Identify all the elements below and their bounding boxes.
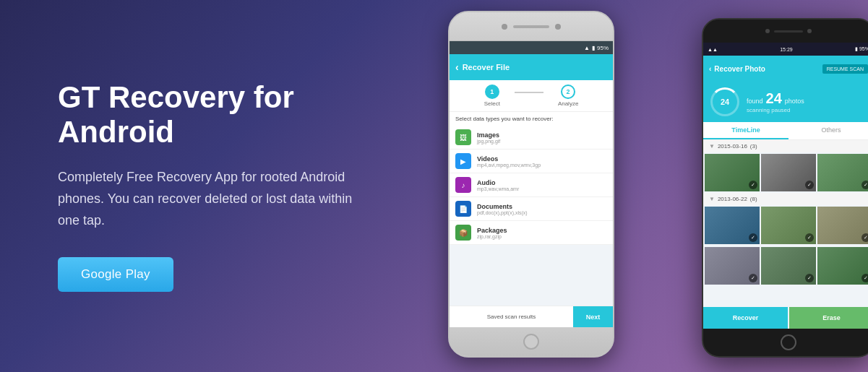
- photo-check-9: ✓: [861, 274, 868, 282]
- found-label: found: [747, 98, 763, 105]
- photo-check-6: ✓: [861, 233, 868, 242]
- app-title: GT Recovery for Android: [58, 80, 376, 150]
- photo-thumb-6[interactable]: ✓: [817, 207, 868, 244]
- packages-info: Packages zip,rar,gzip: [477, 227, 607, 239]
- photo-check-7: ✓: [749, 274, 757, 282]
- circular-progress: 24: [710, 87, 739, 116]
- resume-scan-button[interactable]: RESUME SCAN: [822, 64, 868, 74]
- audio-info: Audio mp3,wav,wma,amr: [477, 179, 607, 191]
- scan-percent: 24: [721, 98, 729, 106]
- front-speaker: [774, 30, 803, 33]
- photo-thumb-7[interactable]: ✓: [705, 247, 760, 285]
- photo-check-8: ✓: [805, 274, 814, 282]
- photo-check-4: ✓: [749, 233, 757, 242]
- timeline-date-1: ▼ 2015-03-16 (3): [703, 140, 868, 152]
- packages-ext: zip,rar,gzip: [477, 234, 607, 239]
- phone-front-bottom-bar: [703, 329, 868, 356]
- data-type-documents[interactable]: 📄 Documents pdf,doc(x),ppt(x),xls(x): [450, 197, 613, 221]
- step-1-circle: 1: [485, 85, 499, 99]
- step-2-circle: 2: [561, 85, 575, 99]
- home-button-back[interactable]: [523, 334, 539, 350]
- erase-button[interactable]: Erase: [789, 307, 868, 329]
- found-info-row: found 24 photos: [747, 90, 804, 107]
- timeline-date-2: ▼ 2013-06-22 (8): [703, 193, 868, 205]
- saved-results-button[interactable]: Saved scan results: [450, 306, 573, 327]
- google-play-button[interactable]: Google Play: [58, 257, 173, 292]
- photo-check-3: ✓: [861, 181, 868, 189]
- images-icon: 🖼: [455, 129, 471, 145]
- tab-timeline[interactable]: TimeLine: [703, 122, 788, 139]
- images-name: Images: [477, 131, 607, 139]
- back-arrow-icon[interactable]: ‹: [455, 61, 459, 73]
- phone-front-top-bar: [703, 20, 868, 43]
- wifi-icon: ▲: [584, 45, 590, 51]
- step-1-label: Select: [484, 100, 500, 107]
- front-status-icons: ▲▲: [708, 47, 718, 52]
- text-content: GT Recovery for Android Completely Free …: [0, 37, 434, 336]
- data-type-videos[interactable]: ▶ Videos mp4,avi,mpeg,mov,wmv,3gp: [450, 150, 613, 173]
- tab-others[interactable]: Others: [788, 122, 868, 139]
- packages-icon: 📦: [455, 225, 471, 241]
- videos-ext: mp4,avi,mpeg,mov,wmv,3gp: [477, 163, 607, 168]
- phone-front-screen: ▲▲ 15:29 ▮ 95% ‹ Recover Photo RESUME SC…: [703, 43, 868, 329]
- packages-name: Packages: [477, 227, 607, 234]
- date-1-count: (3): [750, 143, 757, 150]
- front-camera-right: [807, 29, 812, 33]
- audio-name: Audio: [477, 179, 607, 186]
- docs-info: Documents pdf,doc(x),ppt(x),xls(x): [477, 203, 607, 215]
- battery-level: 95%: [597, 45, 609, 51]
- next-button[interactable]: Next: [573, 306, 613, 327]
- data-type-audio[interactable]: ♪ Audio mp3,wav,wma,amr: [450, 173, 613, 197]
- photo-thumb-4[interactable]: ✓: [705, 207, 760, 244]
- photo-thumb-3[interactable]: ✓: [817, 154, 868, 191]
- data-type-images[interactable]: 🖼 Images jpg,png,gif: [450, 126, 613, 150]
- recover-button[interactable]: Recover: [703, 307, 788, 329]
- photo-thumb-9[interactable]: ✓: [817, 247, 868, 285]
- chevron-icon-1: ▼: [709, 143, 715, 150]
- camera-dot-right: [555, 24, 561, 30]
- phones-container: ▲ ▮ 95% ‹ Recover File 1 Select: [434, 0, 868, 372]
- found-count: 24: [766, 90, 782, 107]
- step-2-label: Analyze: [558, 100, 578, 107]
- photo-thumb-5[interactable]: ✓: [761, 207, 816, 244]
- scanning-status: scanning paused: [747, 107, 804, 113]
- scan-indicator: 24 found 24 photos scanning paused: [703, 82, 868, 122]
- photo-grid-row-3: ✓ ✓ ✓: [703, 246, 868, 286]
- step-connector: [515, 92, 543, 93]
- photo-thumb-2[interactable]: ✓: [761, 154, 816, 191]
- recover-file-header: ‹ Recover File: [450, 54, 613, 80]
- step-2: 2 Analyze: [558, 85, 578, 107]
- step-1: 1 Select: [484, 85, 500, 107]
- photo-thumb-8[interactable]: ✓: [761, 247, 816, 285]
- images-info: Images jpg,png,gif: [477, 131, 607, 144]
- photo-check-1: ✓: [749, 181, 757, 189]
- phone-back-bottom-bar: [450, 327, 613, 356]
- battery-icon: ▮: [592, 45, 595, 51]
- home-button-front[interactable]: [781, 334, 796, 350]
- screen-bottom-bar: Saved scan results Next: [450, 306, 613, 327]
- found-unit: photos: [785, 98, 804, 105]
- recover-file-title: Recover File: [463, 63, 510, 72]
- data-type-packages[interactable]: 📦 Packages zip,rar,gzip: [450, 221, 613, 245]
- speaker-slit: [513, 25, 549, 28]
- photo-thumb-1[interactable]: ✓: [705, 154, 760, 191]
- videos-icon: ▶: [455, 153, 471, 169]
- phone-back-top-bar: [450, 12, 613, 41]
- app-description: Completely Free Recovery App for rooted …: [58, 167, 376, 231]
- front-battery: ▮ 95%: [855, 46, 868, 52]
- header-left: ‹ Recover Photo: [709, 65, 765, 73]
- back-arrow-front-icon[interactable]: ‹: [709, 65, 711, 73]
- photo-tabs: TimeLine Others: [703, 122, 868, 140]
- audio-ext: mp3,wav,wma,amr: [477, 186, 607, 191]
- photo-grid-row-1: ✓ ✓ ✓: [703, 152, 868, 193]
- phone-front-device: ▲▲ 15:29 ▮ 95% ‹ Recover Photo RESUME SC…: [702, 18, 868, 358]
- recover-photo-header: ‹ Recover Photo RESUME SCAN: [703, 56, 868, 82]
- front-camera-left: [765, 29, 770, 33]
- photo-grid-row-2: ✓ ✓ ✓: [703, 205, 868, 246]
- steps-bar: 1 Select 2 Analyze: [450, 80, 613, 112]
- videos-name: Videos: [477, 155, 607, 163]
- videos-info: Videos mp4,avi,mpeg,mov,wmv,3gp: [477, 155, 607, 168]
- photo-check-2: ✓: [805, 181, 814, 189]
- photo-check-5: ✓: [805, 233, 814, 242]
- chevron-icon-2: ▼: [709, 196, 715, 202]
